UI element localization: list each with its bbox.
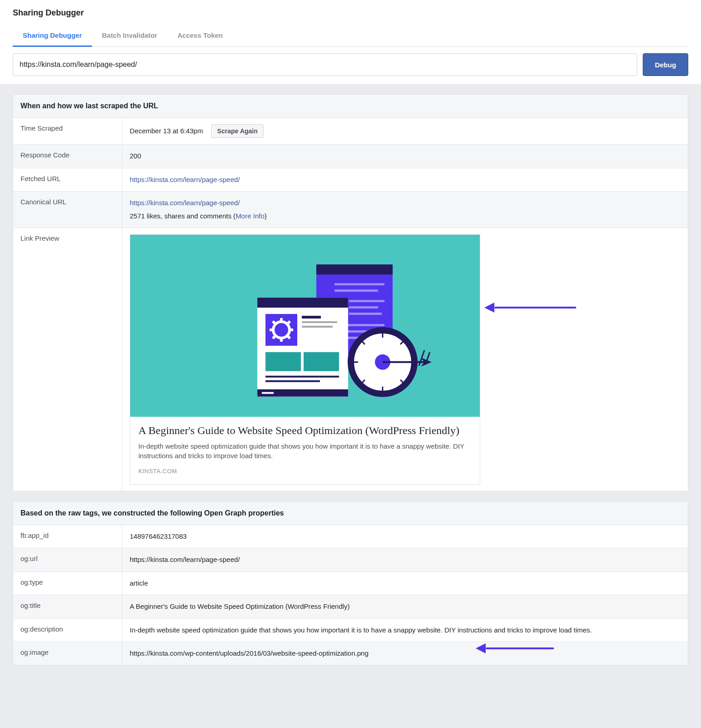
annotation-arrow-icon [476, 643, 554, 653]
key-og-image: og:image [13, 642, 122, 665]
page-title: Sharing Debugger [13, 8, 688, 18]
svg-rect-25 [302, 326, 333, 328]
tab-batch-invalidator[interactable]: Batch Invalidator [92, 26, 168, 46]
svg-rect-7 [349, 313, 382, 315]
svg-rect-26 [265, 352, 301, 371]
key-fb-app-id: fb:app_id [13, 525, 122, 548]
url-input[interactable] [13, 53, 637, 76]
preview-text-block: A Beginner's Guide to Website Speed Opti… [130, 417, 480, 484]
preview-illustration-icon [130, 235, 480, 417]
value-fetched-url: https://kinsta.com/learn/page-speed/ [122, 168, 688, 192]
row-canonical-url: Canonical URL https://kinsta.com/learn/p… [13, 192, 688, 228]
content-area: When and how we last scraped the URL Tim… [0, 84, 701, 686]
key-og-title: og:title [13, 595, 122, 618]
svg-rect-29 [265, 380, 320, 382]
label-link-preview: Link Preview [13, 228, 122, 491]
label-fetched-url: Fetched URL [13, 168, 122, 192]
svg-rect-2 [316, 264, 393, 274]
row-og-title: og:title A Beginner's Guide to Website S… [13, 595, 688, 619]
label-time-scraped: Time Scraped [13, 118, 122, 144]
row-og-image: og:image https://kinsta.com/wp-content/u… [13, 642, 688, 665]
preview-title: A Beginner's Guide to Website Speed Opti… [138, 423, 472, 438]
value-response-code: 200 [122, 145, 688, 168]
key-og-description: og:description [13, 619, 122, 642]
debug-button[interactable]: Debug [643, 53, 688, 76]
link-preview-card[interactable]: A Beginner's Guide to Website Speed Opti… [130, 234, 480, 485]
svg-rect-3 [335, 283, 385, 285]
tab-sharing-debugger[interactable]: Sharing Debugger [13, 26, 92, 46]
key-og-url: og:url [13, 548, 122, 571]
svg-rect-6 [349, 306, 378, 308]
label-response-code: Response Code [13, 145, 122, 168]
canonical-likes-text: 2571 likes, shares and comments ( [130, 212, 236, 220]
row-link-preview: Link Preview [13, 228, 688, 491]
value-link-preview: A Beginner's Guide to Website Speed Opti… [122, 228, 688, 491]
row-fetched-url: Fetched URL https://kinsta.com/learn/pag… [13, 168, 688, 192]
value-time-scraped: December 13 at 6:43pm Scrape Again [122, 118, 688, 144]
svg-rect-4 [335, 289, 378, 292]
url-row: Debug [13, 47, 688, 84]
og-panel-header: Based on the raw tags, we constructed th… [13, 502, 688, 525]
svg-rect-31 [262, 392, 274, 394]
value-canonical-url: https://kinsta.com/learn/page-speed/ 257… [122, 192, 688, 228]
svg-rect-24 [302, 321, 337, 323]
og-panel: Based on the raw tags, we constructed th… [13, 501, 688, 666]
svg-rect-28 [265, 376, 339, 378]
svg-rect-27 [304, 352, 339, 371]
val-og-image: https://kinsta.com/wp-content/uploads/20… [122, 642, 688, 665]
label-canonical-url: Canonical URL [13, 192, 122, 228]
scrape-panel-header: When and how we last scraped the URL [13, 95, 688, 118]
val-og-url: https://kinsta.com/learn/page-speed/ [122, 548, 688, 571]
val-og-title: A Beginner's Guide to Website Speed Opti… [122, 595, 688, 618]
row-og-url: og:url https://kinsta.com/learn/page-spe… [13, 548, 688, 572]
key-og-type: og:type [13, 572, 122, 595]
row-fb-app-id: fb:app_id 148976462317083 [13, 525, 688, 549]
scrape-again-button[interactable]: Scrape Again [211, 124, 264, 138]
close-paren: ) [264, 212, 267, 220]
preview-description: In-depth website speed optimization guid… [138, 441, 472, 460]
val-og-type: article [122, 572, 688, 595]
row-og-type: og:type article [13, 572, 688, 596]
row-og-description: og:description In-depth website speed op… [13, 619, 688, 642]
og-image-text: https://kinsta.com/wp-content/uploads/20… [130, 649, 368, 657]
scrape-panel: When and how we last scraped the URL Tim… [13, 94, 688, 491]
annotation-arrow-icon [484, 303, 576, 313]
svg-rect-5 [349, 300, 385, 302]
tab-access-token[interactable]: Access Token [168, 26, 233, 46]
more-info-link[interactable]: More Info [236, 212, 264, 220]
row-response-code: Response Code 200 [13, 145, 688, 168]
page-header-area: Sharing Debugger Sharing Debugger Batch … [0, 0, 701, 84]
svg-rect-12 [257, 298, 348, 308]
svg-rect-23 [302, 316, 321, 318]
time-scraped-text: December 13 at 6:43pm [130, 126, 203, 136]
val-fb-app-id: 148976462317083 [122, 525, 688, 548]
fetched-url-link[interactable]: https://kinsta.com/learn/page-speed/ [130, 176, 240, 183]
canonical-url-link[interactable]: https://kinsta.com/learn/page-speed/ [130, 199, 240, 207]
tab-bar: Sharing Debugger Batch Invalidator Acces… [13, 26, 688, 47]
row-time-scraped: Time Scraped December 13 at 6:43pm Scrap… [13, 118, 688, 145]
val-og-description: In-depth website speed optimization guid… [122, 619, 688, 642]
link-preview-image [130, 235, 480, 417]
preview-domain: KINSTA.COM [138, 467, 472, 476]
